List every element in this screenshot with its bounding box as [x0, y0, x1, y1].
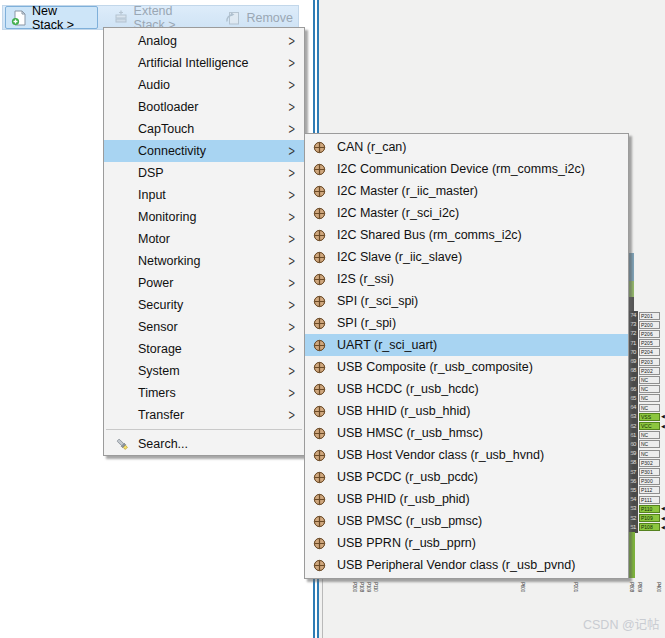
pin-label-p108-51[interactable]: P108 — [639, 523, 660, 531]
module-item-spi-r-sci-spi[interactable]: SPI (r_sci_spi) — [305, 290, 628, 312]
module-item-usb-hhid-r-usb-hhid[interactable]: USB HHID (r_usb_hhid) — [305, 400, 628, 422]
submenu-arrow-icon: > — [289, 166, 295, 181]
category-item-label: Motor — [138, 232, 170, 246]
module-item-uart-r-sci-uart[interactable]: UART (r_sci_uart) — [305, 334, 628, 356]
category-item-monitoring[interactable]: Monitoring> — [104, 206, 304, 228]
pin-label-p302-58[interactable]: P302 — [639, 459, 660, 467]
module-item-i2c-master-r-sci-i2c[interactable]: I2C Master (r_sci_i2c) — [305, 202, 628, 224]
pin-label-p110-53[interactable]: P110 — [639, 505, 660, 513]
pin-label-vss-63[interactable]: VSS — [639, 413, 660, 421]
category-item-bootloader[interactable]: Bootloader> — [104, 96, 304, 118]
bottom-pin-label: P400 — [656, 582, 662, 592]
module-item-label: I2S (r_ssi) — [337, 272, 394, 286]
category-item-label: Transfer — [138, 408, 184, 422]
module-item-i2c-master-r-iic-master[interactable]: I2C Master (r_iic_master) — [305, 180, 628, 202]
submenu-arrow-icon: > — [289, 254, 295, 269]
module-item-label: USB PCDC (r_usb_pcdc) — [337, 470, 478, 484]
module-icon — [313, 382, 327, 396]
pin-label-vcc-62[interactable]: VCC — [639, 422, 660, 430]
category-item-input[interactable]: Input> — [104, 184, 304, 206]
bottom-pin-label: P808 — [629, 582, 635, 592]
module-item-i2c-shared-bus-rm-comms-i2c[interactable]: I2C Shared Bus (rm_comms_i2c) — [305, 224, 628, 246]
category-item-timers[interactable]: Timers> — [104, 382, 304, 404]
category-item-system[interactable]: System> — [104, 360, 304, 382]
module-item-usb-hcdc-r-usb-hcdc[interactable]: USB HCDC (r_usb_hcdc) — [305, 378, 628, 400]
pin-label-p206-72[interactable]: P206 — [639, 330, 660, 338]
pin-label-p300-56[interactable]: P300 — [639, 477, 660, 485]
module-item-spi-r-spi[interactable]: SPI (r_spi) — [305, 312, 628, 334]
pin-label-nc-67[interactable]: NC — [639, 376, 660, 384]
pin-label-nc-65[interactable]: NC — [639, 394, 660, 402]
category-item-label: DSP — [138, 166, 164, 180]
module-item-can-r-can[interactable]: CAN (r_can) — [305, 136, 628, 158]
module-item-usb-pprn-r-usb-pprn[interactable]: USB PPRN (r_usb_pprn) — [305, 532, 628, 554]
category-item-audio[interactable]: Audio> — [104, 74, 304, 96]
pin-label-nc-61[interactable]: NC — [639, 431, 660, 439]
mcu-chip-bottom-corner — [628, 532, 635, 578]
category-item-motor[interactable]: Motor> — [104, 228, 304, 250]
extend-stack-button[interactable]: Extend Stack > — [108, 7, 211, 28]
module-item-i2c-communication-device-rm-comms-i2c[interactable]: I2C Communication Device (rm_comms_i2c) — [305, 158, 628, 180]
remove-button[interactable]: Remove — [220, 7, 298, 28]
pin-label-nc-64[interactable]: NC — [639, 404, 660, 412]
module-item-label: USB PHID (r_usb_phid) — [337, 492, 470, 506]
module-icon — [313, 184, 327, 198]
module-item-usb-pmsc-r-usb-pmsc[interactable]: USB PMSC (r_usb_pmsc) — [305, 510, 628, 532]
pin-number: 61 — [628, 431, 638, 440]
category-item-security[interactable]: Security> — [104, 294, 304, 316]
module-icon — [313, 558, 327, 572]
module-item-usb-pcdc-r-usb-pcdc[interactable]: USB PCDC (r_usb_pcdc) — [305, 466, 628, 488]
pin-label-nc-59[interactable]: NC — [639, 450, 660, 458]
module-item-usb-hmsc-r-usb-hmsc[interactable]: USB HMSC (r_usb_hmsc) — [305, 422, 628, 444]
pin-number: 58 — [628, 458, 638, 467]
pin-marker-icon: ◀ — [661, 412, 665, 421]
module-item-i2s-r-ssi[interactable]: I2S (r_ssi) — [305, 268, 628, 290]
module-item-label: I2C Shared Bus (rm_comms_i2c) — [337, 228, 522, 242]
category-item-storage[interactable]: Storage> — [104, 338, 304, 360]
module-item-usb-peripheral-vendor-class-r-usb-pvnd[interactable]: USB Peripheral Vendor class (r_usb_pvnd) — [305, 554, 628, 576]
category-item-artificial-intelligence[interactable]: Artificial Intelligence> — [104, 52, 304, 74]
pin-label-nc-60[interactable]: NC — [639, 440, 660, 448]
module-icon — [313, 448, 327, 462]
module-item-usb-composite-r-usb-composite[interactable]: USB Composite (r_usb_composite) — [305, 356, 628, 378]
module-icon — [313, 470, 327, 484]
pin-label-p203-69[interactable]: P203 — [639, 358, 660, 366]
new-stack-button[interactable]: New Stack > — [5, 6, 98, 29]
module-item-i2c-slave-r-iic-slave[interactable]: I2C Slave (r_iic_slave) — [305, 246, 628, 268]
category-item-sensor[interactable]: Sensor> — [104, 316, 304, 338]
pin-label-nc-66[interactable]: NC — [639, 385, 660, 393]
module-item-label: USB HMSC (r_usb_hmsc) — [337, 426, 483, 440]
category-item-transfer[interactable]: Transfer> — [104, 404, 304, 426]
category-item-captouch[interactable]: CapTouch> — [104, 118, 304, 140]
module-item-label: USB Composite (r_usb_composite) — [337, 360, 533, 374]
module-item-usb-host-vendor-class-r-usb-hvnd[interactable]: USB Host Vendor class (r_usb_hvnd) — [305, 444, 628, 466]
category-item-power[interactable]: Power> — [104, 272, 304, 294]
bottom-pin-label: P201 — [573, 582, 579, 592]
pin-marker-icon: ◀ — [661, 504, 665, 513]
remove-label: Remove — [246, 11, 293, 25]
pin-label-p200-73[interactable]: P200 — [639, 321, 660, 329]
pin-label-p202-68[interactable]: P202 — [639, 367, 660, 375]
pin-marker-icon: ◀ — [661, 514, 665, 523]
pin-label-p112-55[interactable]: P112 — [639, 486, 660, 494]
pin-label-p109-52[interactable]: P109 — [639, 514, 660, 522]
module-item-usb-phid-r-usb-phid[interactable]: USB PHID (r_usb_phid) — [305, 488, 628, 510]
pin-label-p201-74[interactable]: P201 — [639, 312, 660, 320]
pin-number: 66 — [628, 385, 638, 394]
category-item-networking[interactable]: Networking> — [104, 250, 304, 272]
pin-label-p111-54[interactable]: P111 — [639, 496, 660, 504]
pin-label-p204-70[interactable]: P204 — [639, 348, 660, 356]
category-item-label: Power — [138, 276, 173, 290]
pin-label-p301-57[interactable]: P301 — [639, 468, 660, 476]
category-menu-list: Analog>Artificial Intelligence>Audio>Boo… — [104, 30, 304, 426]
category-item-dsp[interactable]: DSP> — [104, 162, 304, 184]
bottom-pin-label: P600 — [520, 582, 526, 592]
pin-label-p205-71[interactable]: P205 — [639, 339, 660, 347]
pin-number: 65 — [628, 394, 638, 403]
menu-item-search[interactable]: Search... — [104, 433, 304, 455]
category-item-analog[interactable]: Analog> — [104, 30, 304, 52]
category-item-connectivity[interactable]: Connectivity> — [104, 140, 304, 162]
category-item-label: Networking — [138, 254, 201, 268]
new-stack-menu: Analog>Artificial Intelligence>Audio>Boo… — [103, 27, 305, 456]
submenu-arrow-icon: > — [289, 276, 295, 291]
